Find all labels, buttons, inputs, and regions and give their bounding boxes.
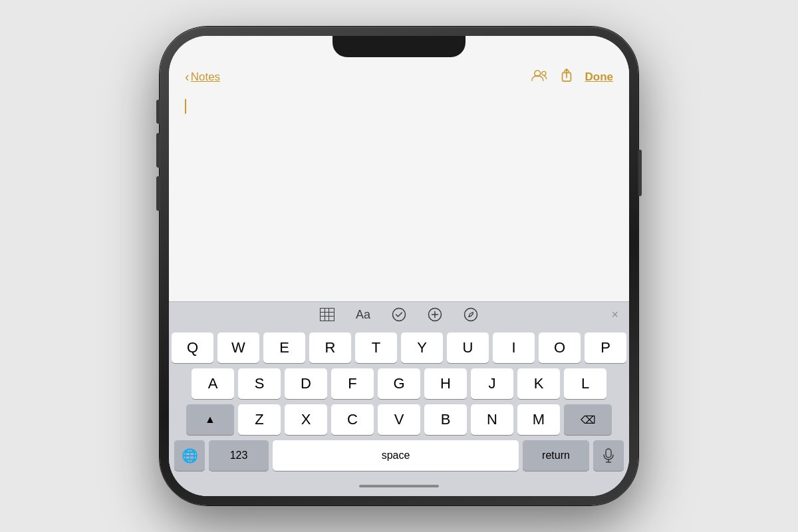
pen-circle-icon	[464, 307, 478, 322]
nav-right-icons: Done	[529, 68, 614, 86]
mute-button[interactable]	[156, 100, 160, 124]
delete-key[interactable]: ⌫	[564, 404, 612, 435]
key-h[interactable]: H	[424, 368, 467, 399]
notch	[332, 36, 466, 57]
keyboard-row-1: Q W E R T Y U I O P	[172, 332, 626, 363]
volume-up-button[interactable]	[156, 133, 160, 168]
keyboard-toolbar: Aa	[169, 301, 629, 327]
format-label: Aa	[356, 308, 370, 322]
svg-point-3	[393, 309, 406, 321]
key-e[interactable]: E	[263, 332, 305, 363]
back-button[interactable]: ‹ Notes	[185, 69, 220, 84]
space-key[interactable]: space	[273, 440, 519, 471]
table-toolbar-button[interactable]	[320, 308, 334, 321]
key-b[interactable]: B	[424, 404, 467, 435]
share-icon[interactable]	[560, 68, 573, 86]
keyboard-row-bottom: 🌐 123 space return	[172, 440, 626, 471]
key-f[interactable]: F	[331, 368, 374, 399]
insert-toolbar-button[interactable]	[428, 307, 442, 322]
keyboard: Q W E R T Y U I O P A S D F G H J K	[169, 327, 629, 476]
key-d[interactable]: D	[285, 368, 327, 399]
key-m[interactable]: M	[517, 404, 560, 435]
keyboard-row-2: A S D F G H J K L	[172, 368, 626, 399]
return-label: return	[542, 450, 570, 462]
keyboard-row-3: ▲ Z X C V B N M ⌫	[172, 404, 626, 435]
svg-rect-6	[606, 449, 611, 458]
key-r[interactable]: R	[309, 332, 351, 363]
text-cursor	[185, 99, 186, 114]
key-s[interactable]: S	[238, 368, 281, 399]
key-j[interactable]: J	[471, 368, 513, 399]
key-l[interactable]: L	[564, 368, 606, 399]
key-t[interactable]: T	[355, 332, 397, 363]
svg-point-1	[541, 71, 545, 75]
key-n[interactable]: N	[471, 404, 513, 435]
phone-screen: ‹ Notes	[169, 36, 629, 496]
note-content-area[interactable]	[169, 91, 629, 301]
svg-point-5	[465, 309, 477, 321]
phone-device: ‹ Notes	[160, 27, 638, 505]
numbers-label: 123	[230, 450, 248, 462]
key-c[interactable]: C	[331, 404, 374, 435]
key-q[interactable]: Q	[172, 332, 213, 363]
chevron-left-icon: ‹	[185, 69, 190, 84]
key-p[interactable]: P	[585, 332, 626, 363]
plus-circle-icon	[428, 307, 442, 322]
table-icon	[320, 308, 334, 321]
key-u[interactable]: U	[447, 332, 489, 363]
sketch-toolbar-button[interactable]	[464, 307, 478, 322]
collaborate-icon[interactable]	[529, 68, 548, 86]
key-a[interactable]: A	[192, 368, 234, 399]
numbers-key[interactable]: 123	[209, 440, 269, 471]
microphone-icon	[602, 448, 614, 463]
key-g[interactable]: G	[378, 368, 420, 399]
checklist-toolbar-button[interactable]	[392, 307, 406, 322]
done-button[interactable]: Done	[585, 70, 614, 84]
return-key[interactable]: return	[523, 440, 589, 471]
key-v[interactable]: V	[378, 404, 420, 435]
navigation-bar: ‹ Notes	[169, 65, 629, 91]
checkmark-circle-icon	[392, 307, 406, 322]
key-y[interactable]: Y	[401, 332, 443, 363]
back-label[interactable]: Notes	[191, 70, 220, 84]
key-z[interactable]: Z	[238, 404, 281, 435]
microphone-key[interactable]	[593, 440, 624, 471]
space-label: space	[382, 450, 410, 462]
keyboard-dismiss-button[interactable]: ×	[611, 308, 618, 322]
key-i[interactable]: I	[493, 332, 535, 363]
key-w[interactable]: W	[217, 332, 259, 363]
home-indicator	[169, 476, 629, 496]
volume-down-button[interactable]	[156, 176, 160, 211]
globe-key[interactable]: 🌐	[174, 440, 205, 471]
key-k[interactable]: K	[517, 368, 560, 399]
power-button[interactable]	[638, 150, 642, 196]
format-toolbar-button[interactable]: Aa	[356, 308, 370, 322]
home-bar	[359, 485, 439, 487]
key-x[interactable]: X	[285, 404, 327, 435]
shift-key[interactable]: ▲	[186, 404, 234, 435]
key-o[interactable]: O	[539, 332, 581, 363]
